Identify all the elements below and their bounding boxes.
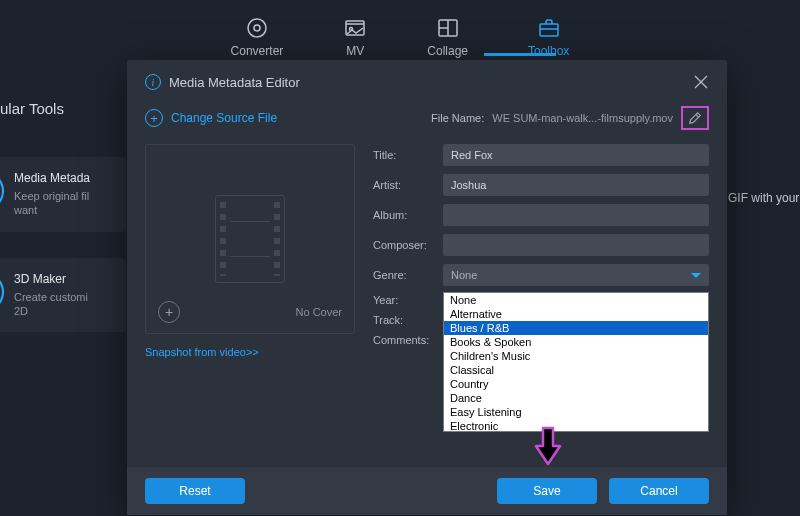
year-label: Year:: [373, 294, 433, 306]
tab-label: MV: [346, 44, 364, 58]
title-input[interactable]: [443, 144, 709, 166]
top-tabs: Converter MV Collage Toolbox: [0, 0, 800, 58]
file-name-label: File Name:: [431, 112, 484, 124]
film-icon: [215, 195, 285, 283]
track-label: Track:: [373, 314, 433, 326]
svg-point-0: [248, 19, 266, 37]
save-button[interactable]: Save: [497, 478, 597, 504]
snapshot-link[interactable]: Snapshot from video>>: [145, 346, 355, 358]
active-tab-underline: [484, 53, 556, 56]
image-icon: [343, 16, 367, 40]
converter-icon: [245, 16, 269, 40]
cover-art-box: + No Cover: [145, 144, 355, 334]
genre-option[interactable]: Country: [444, 377, 708, 391]
tool-card-metadata[interactable]: i Media Metada Keep original fil want: [0, 157, 126, 232]
file-name-value: WE SUM-man-walk...-filmsupply.mov: [492, 112, 673, 124]
edit-filename-button[interactable]: [681, 106, 709, 130]
add-cover-button[interactable]: +: [158, 301, 180, 323]
artist-label: Artist:: [373, 179, 433, 191]
no-cover-label: No Cover: [296, 306, 342, 318]
toolbox-icon: [537, 16, 561, 40]
genre-select[interactable]: None: [443, 264, 709, 286]
info-icon: i: [0, 171, 4, 211]
3d-icon: 3D: [0, 272, 4, 312]
genre-option[interactable]: Books & Spoken: [444, 335, 708, 349]
genre-option[interactable]: Classical: [444, 363, 708, 377]
close-button[interactable]: [693, 74, 709, 90]
genre-label: Genre:: [373, 269, 433, 281]
reset-button[interactable]: Reset: [145, 478, 245, 504]
metadata-editor-modal: i Media Metadata Editor + Change Source …: [127, 60, 727, 515]
tab-toolbox[interactable]: Toolbox: [528, 16, 569, 58]
genre-option[interactable]: Alternative: [444, 307, 708, 321]
pencil-icon: [688, 111, 702, 125]
genre-option[interactable]: Blues / R&B: [444, 321, 708, 335]
genre-option[interactable]: Dance: [444, 391, 708, 405]
svg-rect-5: [540, 24, 558, 36]
chevron-down-icon: [691, 273, 701, 278]
change-source-label: Change Source File: [171, 111, 277, 125]
composer-label: Composer:: [373, 239, 433, 251]
left-sidebar: ular Tools i Media Metada Keep original …: [0, 100, 126, 358]
album-label: Album:: [373, 209, 433, 221]
collage-icon: [436, 16, 460, 40]
plus-icon: +: [145, 109, 163, 127]
cancel-button[interactable]: Cancel: [609, 478, 709, 504]
card-desc: Keep original fil want: [14, 189, 90, 218]
modal-title: Media Metadata Editor: [169, 75, 300, 90]
album-input[interactable]: [443, 204, 709, 226]
title-label: Title:: [373, 149, 433, 161]
genre-option[interactable]: Children's Music: [444, 349, 708, 363]
tab-collage[interactable]: Collage: [427, 16, 468, 58]
tab-label: Converter: [231, 44, 284, 58]
genre-value: None: [451, 269, 477, 281]
change-source-button[interactable]: + Change Source File: [145, 109, 277, 127]
tab-converter[interactable]: Converter: [231, 16, 284, 58]
card-title: 3D Maker: [14, 272, 88, 286]
svg-point-1: [254, 25, 260, 31]
composer-input[interactable]: [443, 234, 709, 256]
genre-option[interactable]: Electronic: [444, 419, 708, 432]
artist-input[interactable]: [443, 174, 709, 196]
tab-label: Collage: [427, 44, 468, 58]
comments-label: Comments:: [373, 334, 433, 346]
genre-option[interactable]: Easy Listening: [444, 405, 708, 419]
card-title: Media Metada: [14, 171, 90, 185]
genre-dropdown[interactable]: NoneAlternativeBlues / R&BBooks & Spoken…: [443, 292, 709, 432]
tab-mv[interactable]: MV: [343, 16, 367, 58]
card-desc-fragment: d GIF with your: [718, 190, 800, 207]
tool-card-3d[interactable]: 3D 3D Maker Create customi 2D: [0, 258, 126, 333]
section-heading: ular Tools: [0, 100, 126, 117]
genre-option[interactable]: None: [444, 293, 708, 307]
modal-footer: Reset Save Cancel: [127, 467, 727, 515]
card-desc: Create customi 2D: [14, 290, 88, 319]
info-icon: i: [145, 74, 161, 90]
metadata-form: Title: Artist: Album: Composer: Genre: N…: [373, 144, 709, 358]
